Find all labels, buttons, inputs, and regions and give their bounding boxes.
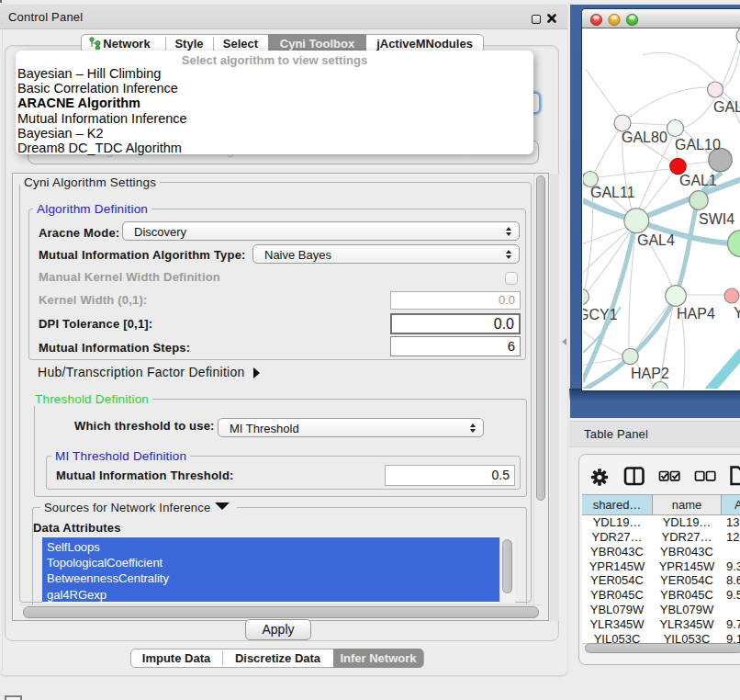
svg-text:GAL10: GAL10 — [675, 137, 721, 152]
svg-text:HAP2: HAP2 — [631, 366, 669, 381]
svg-text:GAL1: GAL1 — [679, 173, 717, 188]
svg-text:GAL11: GAL11 — [590, 185, 635, 200]
svg-text:GAL4: GAL4 — [637, 232, 675, 248]
svg-text:YEL0: YEL0 — [734, 305, 740, 321]
svg-text:SWI4: SWI4 — [699, 211, 734, 227]
svg-text:GCY1: GCY1 — [583, 307, 618, 322]
svg-text:GAL80: GAL80 — [622, 130, 667, 145]
svg-text:GAL2: GAL2 — [713, 99, 740, 115]
svg-text:HAP4: HAP4 — [677, 306, 715, 322]
